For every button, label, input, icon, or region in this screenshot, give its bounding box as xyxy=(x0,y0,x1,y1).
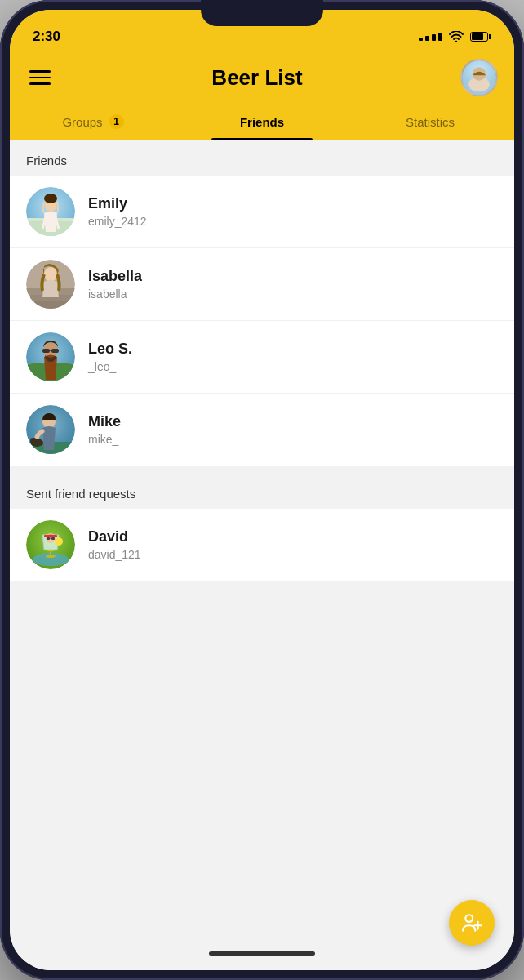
status-time: 2:30 xyxy=(33,29,60,45)
friend-name: David xyxy=(88,528,498,546)
add-friend-fab[interactable] xyxy=(449,900,495,946)
wifi-icon xyxy=(449,31,464,42)
friend-username: mike_ xyxy=(88,433,498,446)
friend-info-isabella: Isabella isabella xyxy=(88,268,498,301)
app-title: Beer List xyxy=(211,65,302,91)
signal-icon xyxy=(419,33,442,41)
user-avatar[interactable] xyxy=(460,59,498,96)
friend-avatar-isabella xyxy=(26,260,75,309)
app-header: Beer List xyxy=(10,52,514,96)
svg-point-23 xyxy=(30,438,37,443)
svg-point-13 xyxy=(44,267,57,282)
svg-rect-12 xyxy=(34,301,75,309)
svg-point-8 xyxy=(44,194,57,203)
friend-name: Emily xyxy=(88,195,498,212)
tab-statistics-label: Statistics xyxy=(406,115,455,129)
sent-requests-section: Sent friend requests xyxy=(10,474,514,581)
svg-rect-30 xyxy=(44,535,57,537)
svg-rect-17 xyxy=(51,349,59,353)
add-person-icon xyxy=(461,912,482,933)
list-item[interactable]: David david_121 xyxy=(10,509,514,581)
tab-statistics[interactable]: Statistics xyxy=(346,105,514,140)
svg-point-28 xyxy=(55,537,63,546)
svg-point-34 xyxy=(465,915,473,922)
tab-bar: Groups 1 Friends Statistics xyxy=(10,96,514,140)
status-icons xyxy=(419,31,491,42)
battery-icon xyxy=(470,32,491,42)
list-item[interactable]: Mike mike_ xyxy=(10,394,514,466)
friend-info-mike: Mike mike_ xyxy=(88,413,498,446)
notch xyxy=(201,0,323,26)
tab-groups[interactable]: Groups 1 xyxy=(10,105,178,140)
sent-requests-header: Sent friend requests xyxy=(10,474,514,509)
friend-avatar-emily xyxy=(26,187,75,236)
friend-avatar-david xyxy=(26,520,75,569)
hamburger-menu[interactable] xyxy=(26,67,54,88)
svg-rect-16 xyxy=(42,349,50,353)
friend-info-david: David david_121 xyxy=(88,528,498,561)
list-item[interactable]: Isabella isabella xyxy=(10,248,514,321)
friend-info-leo: Leo S. _leo_ xyxy=(88,341,498,373)
svg-point-0 xyxy=(455,41,457,42)
list-item[interactable]: Leo S. _leo_ xyxy=(10,321,514,394)
tab-groups-label: Groups xyxy=(62,115,102,129)
bottom-spacer xyxy=(10,581,514,744)
friend-username: isabella xyxy=(88,287,498,301)
friends-section-title: Friends xyxy=(26,154,67,167)
tab-friends-label: Friends xyxy=(240,115,284,129)
home-indicator xyxy=(10,942,514,970)
friend-username: david_121 xyxy=(88,548,498,561)
friend-name: Isabella xyxy=(88,268,498,285)
friend-username: _leo_ xyxy=(88,360,498,373)
friends-section-header: Friends xyxy=(10,140,514,176)
sent-requests-title: Sent friend requests xyxy=(26,487,135,501)
svg-rect-32 xyxy=(51,537,55,540)
svg-point-27 xyxy=(46,555,56,558)
friend-username: emily_2412 xyxy=(88,215,498,228)
friend-avatar-mike xyxy=(26,405,75,454)
svg-rect-31 xyxy=(47,537,50,540)
sent-requests-list: David david_121 xyxy=(10,509,514,581)
phone-screen: 2:30 xyxy=(10,10,514,970)
list-item[interactable]: Emily emily_2412 xyxy=(10,176,514,248)
friends-list: Emily emily_2412 xyxy=(10,176,514,466)
friend-avatar-leo xyxy=(26,332,75,381)
friend-info-emily: Emily emily_2412 xyxy=(88,195,498,228)
phone-frame: 2:30 xyxy=(0,0,524,980)
main-content: Friends xyxy=(10,140,514,942)
friend-name: Leo S. xyxy=(88,341,498,358)
friend-name: Mike xyxy=(88,413,498,430)
groups-badge: 1 xyxy=(108,113,126,131)
tab-friends[interactable]: Friends xyxy=(178,105,346,140)
